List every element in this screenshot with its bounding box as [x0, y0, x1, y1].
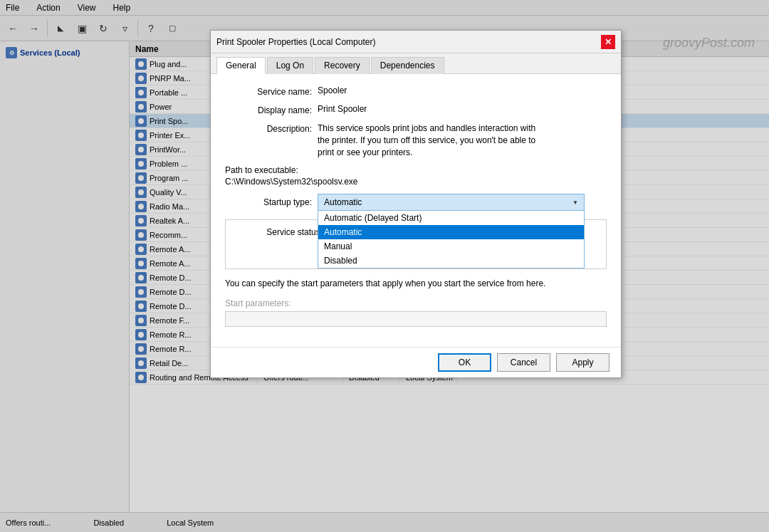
cancel-button[interactable]: Cancel: [497, 353, 550, 372]
start-params-row: Start parameters:: [225, 298, 607, 327]
startup-dropdown-list: Automatic (Delayed Start) Automatic Manu…: [318, 210, 585, 268]
tabs: General Log On Recovery Dependencies: [211, 53, 621, 74]
path-value: C:\Windows\System32\spoolsv.exe: [225, 177, 607, 187]
dialog-body: Service name: Spooler Display name: Prin…: [211, 74, 621, 347]
dialog-footer: OK Cancel Apply: [211, 347, 621, 377]
startup-option-automatic[interactable]: Automatic: [318, 225, 584, 239]
tab-general[interactable]: General: [216, 57, 266, 74]
startup-selected-value: Automatic: [324, 197, 362, 207]
start-params-label: Start parameters:: [225, 298, 607, 308]
description-value: This service spools print jobs and handl…: [318, 122, 545, 158]
service-name-value: Spooler: [318, 85, 347, 95]
start-params-input[interactable]: [225, 311, 607, 327]
ok-button[interactable]: OK: [438, 353, 491, 372]
startup-option-disabled[interactable]: Disabled: [318, 254, 584, 268]
startup-option-delayed[interactable]: Automatic (Delayed Start): [318, 211, 584, 225]
startup-option-manual[interactable]: Manual: [318, 239, 584, 254]
display-name-row: Display name: Print Spooler: [225, 104, 607, 115]
display-name-label: Display name:: [225, 104, 318, 115]
apply-button[interactable]: Apply: [556, 353, 610, 372]
dialog-titlebar: Print Spooler Properties (Local Computer…: [211, 31, 621, 53]
startup-dropdown[interactable]: Automatic ▼ Automatic (Delayed Start) Au…: [318, 194, 585, 211]
tab-logon[interactable]: Log On: [267, 57, 313, 74]
description-row: Description: This service spools print j…: [225, 122, 607, 158]
description-label: Description:: [225, 122, 318, 134]
chevron-down-icon: ▼: [572, 199, 578, 206]
dialog-close-button[interactable]: ✕: [601, 35, 615, 49]
startup-dropdown-selected[interactable]: Automatic ▼: [318, 194, 585, 211]
path-section: Path to executable: C:\Windows\System32\…: [225, 165, 607, 187]
properties-dialog: Print Spooler Properties (Local Computer…: [210, 30, 622, 378]
tab-dependencies[interactable]: Dependencies: [371, 57, 444, 74]
service-name-label: Service name:: [225, 85, 318, 97]
service-name-row: Service name: Spooler: [225, 85, 607, 97]
startup-type-label: Startup type:: [225, 197, 318, 207]
dialog-title: Print Spooler Properties (Local Computer…: [216, 37, 375, 47]
service-status-label: Service status:: [236, 227, 328, 237]
tab-recovery[interactable]: Recovery: [315, 57, 370, 74]
path-label: Path to executable:: [225, 165, 607, 175]
help-text: You can specify the start parameters tha…: [225, 278, 607, 290]
startup-type-row: Startup type: Automatic ▼ Automatic (Del…: [225, 194, 607, 211]
display-name-value: Print Spooler: [318, 104, 367, 114]
